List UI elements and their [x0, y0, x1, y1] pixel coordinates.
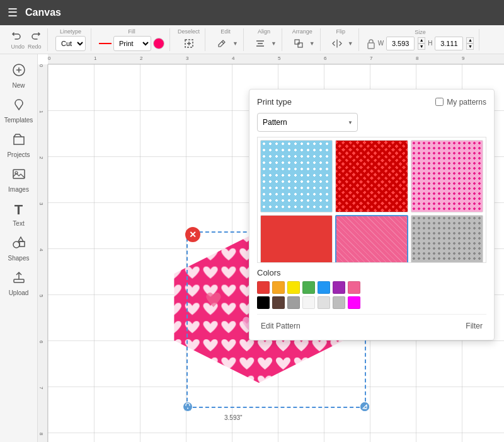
delete-button[interactable]: ✕	[185, 227, 200, 242]
ruler-horizontal: 012345678910	[48, 54, 504, 64]
color-chip-1-4[interactable]	[318, 296, 330, 309]
size-h-spinners: ▲ ▼	[466, 37, 474, 50]
size-h-input[interactable]	[435, 37, 463, 50]
color-chip-1-0[interactable]	[257, 296, 270, 309]
sidebar-item-new[interactable]: New	[3, 59, 35, 93]
size-h-label: H	[428, 40, 432, 47]
svg-point-24	[360, 402, 369, 411]
color-chip-0-5[interactable]	[333, 281, 345, 294]
color-chip-0-0[interactable]	[257, 281, 270, 294]
deselect-group: Deselect	[173, 28, 205, 51]
color-chip-0-1[interactable]	[272, 281, 285, 294]
my-patterns-check: My patterns	[435, 98, 486, 107]
lock-handle[interactable]	[183, 402, 192, 411]
color-chip-1-3[interactable]	[302, 296, 315, 309]
size-w-spinners: ▲ ▼	[418, 37, 425, 50]
flip-group: Flip ▼	[323, 28, 359, 51]
svg-rect-16	[20, 241, 25, 247]
svg-rect-18	[14, 279, 24, 282]
linetype-select[interactable]: Cut	[55, 36, 86, 51]
edit-group: Edit ▼	[208, 28, 244, 51]
sidebar-item-text[interactable]: T Text	[3, 198, 35, 231]
color-row-0	[257, 281, 486, 294]
pattern-thumb-p6[interactable]	[411, 215, 483, 263]
arrange-group: Arrange ▼	[285, 28, 321, 51]
sidebar-item-upload[interactable]: Upload	[3, 267, 35, 300]
panel-footer: Edit Pattern Filter	[257, 314, 486, 332]
pattern-thumb-p5[interactable]	[335, 215, 408, 263]
size-w-decrement[interactable]: ▼	[418, 44, 425, 50]
fill-select[interactable]: Print	[113, 36, 151, 51]
linetype-group: Linetype Cut	[50, 28, 91, 51]
size-group: Size W ▲ ▼ H ▲ ▼	[362, 29, 480, 50]
linetype-line	[99, 43, 112, 44]
shapes-icon	[12, 236, 26, 253]
sidebar-item-text-label: Text	[13, 220, 24, 227]
panel-header: Print type My patterns	[257, 97, 486, 107]
undo-button[interactable]	[8, 28, 25, 44]
main: New Templates Projects Images T Text	[0, 54, 504, 442]
svg-line-3	[222, 42, 224, 44]
arrange-label: Arrange	[292, 28, 312, 35]
filter-button[interactable]: Filter	[462, 320, 486, 332]
undo-label: Undo	[11, 44, 25, 50]
svg-point-15	[13, 241, 20, 248]
edit-pattern-button[interactable]: Edit Pattern	[257, 320, 304, 332]
sidebar-item-templates[interactable]: Templates	[3, 94, 35, 127]
align-button[interactable]	[251, 36, 269, 51]
sidebar-item-projects[interactable]: Projects	[3, 129, 35, 162]
lock-icon	[367, 38, 375, 49]
pattern-thumb-p4[interactable]	[260, 215, 333, 263]
deselect-button[interactable]	[180, 36, 198, 51]
size-h-decrement[interactable]: ▼	[466, 44, 474, 50]
new-icon	[12, 63, 26, 80]
sidebar-item-shapes[interactable]: Shapes	[3, 232, 35, 265]
size-h-increment[interactable]: ▲	[466, 37, 474, 44]
arrange-button[interactable]	[290, 36, 307, 51]
pattern-panel: Print type My patterns Pattern Colors E	[249, 89, 495, 340]
sidebar-item-upload-label: Upload	[9, 289, 29, 296]
images-icon	[12, 167, 26, 184]
flip-button[interactable]	[328, 36, 346, 51]
text-icon: T	[14, 202, 23, 218]
canvas-area[interactable]: 012345678910 012345678	[38, 54, 504, 442]
flip-label: Flip	[336, 28, 345, 35]
sidebar: New Templates Projects Images T Text	[0, 54, 38, 442]
pattern-type-select[interactable]: Pattern	[257, 113, 358, 132]
sidebar-item-templates-label: Templates	[4, 117, 33, 124]
size-w-input[interactable]	[386, 37, 415, 50]
redo-button[interactable]	[27, 28, 45, 44]
pattern-thumb-p1[interactable]	[260, 140, 333, 212]
color-rows	[257, 281, 486, 309]
color-chip-0-6[interactable]	[348, 281, 360, 294]
pattern-type-wrapper: Pattern	[257, 113, 358, 132]
size-w-increment[interactable]: ▲	[418, 37, 425, 44]
menu-icon[interactable]: ☰	[8, 6, 18, 20]
color-chip-1-2[interactable]	[287, 296, 300, 309]
my-patterns-checkbox[interactable]	[435, 98, 444, 106]
color-chip-1-5[interactable]	[333, 296, 345, 309]
color-chip-0-3[interactable]	[302, 281, 315, 294]
sidebar-item-images[interactable]: Images	[3, 163, 35, 197]
fill-label: Fill	[128, 28, 135, 35]
toolbar: Undo Redo Linetype Cut Fill Print Desele…	[0, 25, 504, 54]
my-patterns-label[interactable]: My patterns	[447, 98, 486, 107]
projects-icon	[12, 132, 26, 149]
sidebar-item-projects-label: Projects	[7, 151, 30, 158]
color-chip-0-4[interactable]	[318, 281, 330, 294]
resize-handle[interactable]	[360, 402, 369, 411]
colors-title: Colors	[257, 268, 486, 277]
pattern-thumb-p2[interactable]	[335, 140, 408, 212]
svg-rect-9	[368, 43, 374, 49]
color-chip-1-1[interactable]	[272, 296, 285, 309]
edit-button[interactable]	[213, 36, 231, 51]
svg-point-23	[187, 408, 188, 409]
svg-rect-22	[185, 406, 191, 410]
fill-color-swatch[interactable]	[153, 38, 164, 49]
colors-section: Colors	[257, 268, 486, 309]
align-group: Align ▼	[246, 28, 282, 51]
svg-marker-17	[18, 237, 23, 241]
color-chip-1-6[interactable]	[348, 296, 360, 309]
pattern-thumb-p3[interactable]	[411, 140, 483, 212]
color-chip-0-2[interactable]	[287, 281, 300, 294]
